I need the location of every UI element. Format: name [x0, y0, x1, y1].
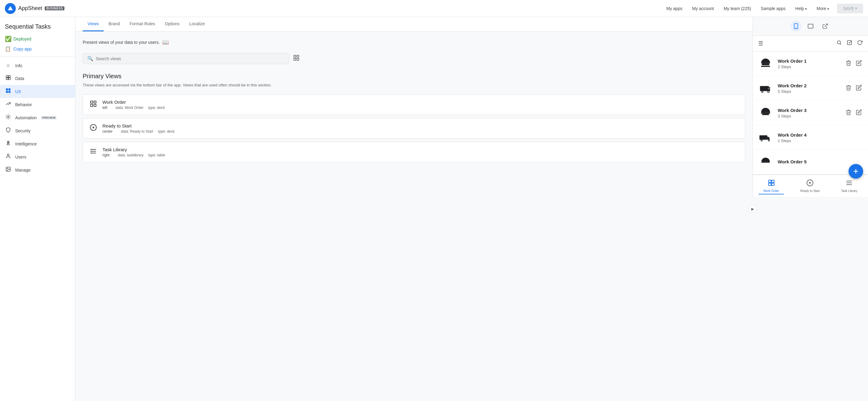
nav-my-apps[interactable]: My apps	[662, 4, 687, 13]
external-view-button[interactable]	[820, 21, 831, 32]
view-card-work-order[interactable]: Work Order left data: Work Order type: d…	[83, 94, 745, 115]
edit-work-order-1-button[interactable]	[855, 59, 863, 69]
work-order-1-steps: 2 Steps	[778, 64, 844, 69]
sidebar-item-manage[interactable]: Manage	[0, 163, 75, 176]
ready-to-start-meta: center data: Ready to Start type: deck	[102, 129, 739, 134]
fab-add-button[interactable]	[848, 164, 863, 179]
bottom-bar-work-order-label: Work Order	[764, 189, 779, 193]
work-order-3-info: Work Order 3 3 Steps	[778, 108, 844, 118]
sidebar-item-automation[interactable]: Automation PREVIEW	[0, 111, 75, 124]
work-order-4-icon	[758, 130, 773, 145]
task-library-meta: right data: tasklibrary type: table	[102, 153, 739, 157]
search-input[interactable]	[96, 56, 285, 61]
bottom-bar-task-label: Task Library	[841, 189, 857, 193]
svg-point-34	[837, 41, 841, 44]
svg-rect-4	[6, 89, 8, 91]
app-name: AppSheet	[18, 5, 42, 11]
edit-work-order-3-button[interactable]	[855, 108, 863, 118]
svg-marker-22	[93, 126, 95, 129]
delete-work-order-1-button[interactable]	[844, 59, 853, 69]
preview-item-work-order-1[interactable]: Work Order 1 2 Steps	[753, 51, 868, 76]
preview-item-work-order-3[interactable]: Work Order 3 3 Steps	[753, 101, 868, 125]
svg-point-41	[762, 91, 763, 92]
nav-more[interactable]: More	[812, 4, 833, 13]
ready-to-start-name: Ready to Start	[102, 123, 739, 128]
svg-line-33	[825, 24, 827, 27]
work-order-1-info: Work Order 1 2 Steps	[778, 58, 844, 69]
task-library-info: Task Library right data: tasklibrary typ…	[102, 147, 739, 157]
sidebar-item-security[interactable]: Security	[0, 124, 75, 137]
svg-point-8	[8, 116, 9, 118]
work-order-2-info: Work Order 2 5 Steps	[778, 83, 844, 94]
svg-rect-13	[294, 55, 296, 57]
ready-to-start-bar-icon	[806, 179, 814, 188]
tab-brand[interactable]: Brand	[104, 17, 125, 31]
nav-my-team[interactable]: My team (225)	[719, 4, 755, 13]
work-order-2-actions	[844, 83, 863, 93]
bottom-bar-task-library[interactable]: Task Library	[836, 178, 862, 194]
work-order-3-name: Work Order 3	[778, 108, 844, 113]
sidebar-item-info[interactable]: ○ Info	[0, 59, 75, 72]
ready-to-start-info: Ready to Start center data: Ready to Sta…	[102, 123, 739, 134]
preview-check-icon[interactable]	[845, 39, 854, 48]
sidebar-item-ux[interactable]: UX	[0, 85, 75, 98]
logo-icon	[5, 3, 16, 14]
sidebar-item-behavior[interactable]: Behavior	[0, 98, 75, 111]
panel-toggle[interactable]: ▶	[748, 205, 757, 213]
info-icon: ○	[5, 62, 11, 69]
sidebar-item-intelligence[interactable]: Intelligence	[0, 137, 75, 150]
svg-rect-17	[91, 101, 93, 103]
svg-point-50	[769, 140, 770, 141]
behavior-icon	[5, 101, 11, 108]
work-order-4-name: Work Order 4	[778, 132, 863, 138]
tab-bar: Views Brand Format Rules Options Localiz…	[75, 17, 752, 32]
view-card-ready-to-start[interactable]: Ready to Start center data: Ready to Sta…	[83, 118, 745, 139]
bottom-bar-ready-to-start[interactable]: Ready to Start	[795, 178, 825, 194]
svg-rect-14	[297, 55, 299, 57]
search-container: 🔍	[83, 53, 745, 64]
grid-view-icon[interactable]	[292, 53, 301, 64]
bottom-bar-work-order[interactable]: Work Order	[758, 178, 784, 194]
sidebar-item-data[interactable]: Data	[0, 72, 75, 85]
phone-screen: Work Order 1 2 Steps	[753, 51, 868, 174]
nav-sample-apps[interactable]: Sample apps	[756, 4, 790, 13]
preview-search-icon[interactable]	[835, 39, 843, 48]
tab-views[interactable]: Views	[83, 17, 104, 31]
delete-work-order-3-button[interactable]	[844, 108, 853, 118]
sidebar-item-users[interactable]: Users	[0, 150, 75, 163]
preview-refresh-icon[interactable]	[856, 39, 864, 48]
work-order-2-steps: 5 Steps	[778, 89, 844, 94]
copy-app-button[interactable]: 📋 Copy app	[0, 44, 75, 55]
search-icon: 🔍	[87, 56, 93, 61]
svg-line-35	[840, 44, 841, 45]
preview-item-work-order-2[interactable]: Work Order 2 5 Steps	[753, 76, 868, 101]
delete-work-order-2-button[interactable]	[844, 83, 853, 93]
security-icon	[5, 127, 11, 134]
nav-help[interactable]: Help	[791, 4, 811, 13]
tab-format-rules[interactable]: Format Rules	[125, 17, 160, 31]
tab-localize[interactable]: Localize	[184, 17, 210, 31]
edit-work-order-2-button[interactable]	[855, 83, 863, 93]
svg-rect-6	[6, 91, 8, 93]
preview-menu-icon[interactable]: ☰	[757, 39, 764, 48]
primary-views-description: These views are accessed via the bottom …	[83, 82, 745, 88]
svg-point-12	[7, 168, 8, 169]
work-order-4-steps: 1 Steps	[778, 138, 863, 143]
bottom-bar-ready-label: Ready to Start	[800, 189, 820, 193]
users-icon	[5, 153, 11, 160]
tablet-view-button[interactable]	[805, 21, 816, 32]
work-order-4-info: Work Order 4 1 Steps	[778, 132, 863, 143]
deployed-badge[interactable]: ✅ Deployed	[0, 34, 75, 44]
save-dropdown-arrow: ▾	[855, 6, 857, 10]
task-library-name: Task Library	[102, 147, 739, 152]
ux-icon	[5, 88, 11, 95]
preview-item-work-order-4[interactable]: Work Order 4 1 Steps	[753, 125, 868, 150]
view-card-task-library[interactable]: Task Library right data: tasklibrary typ…	[83, 142, 745, 163]
top-nav: AppSheet BUSINESS My apps My account My …	[0, 0, 868, 17]
tab-options[interactable]: Options	[160, 17, 184, 31]
save-button[interactable]: SAVE ▾	[837, 4, 863, 13]
svg-rect-15	[294, 58, 296, 60]
mobile-view-button[interactable]	[790, 21, 801, 32]
svg-rect-43	[768, 88, 770, 89]
nav-my-account[interactable]: My account	[688, 4, 718, 13]
